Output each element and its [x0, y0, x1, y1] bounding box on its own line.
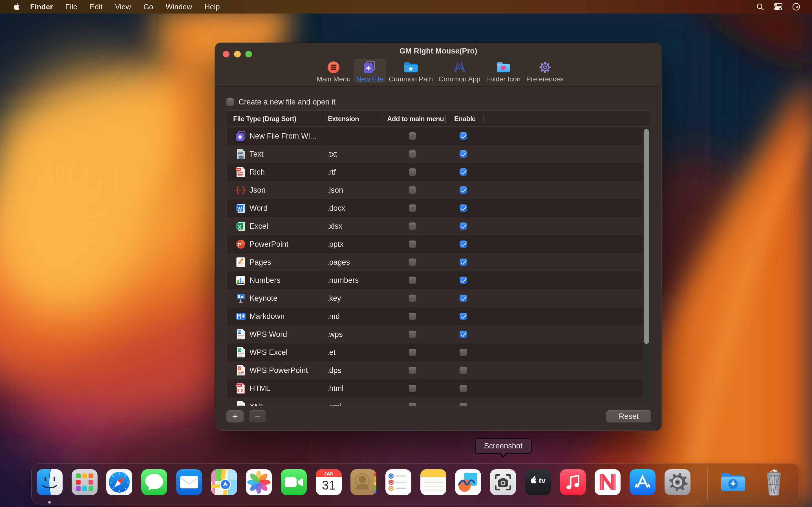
add-to-main-menu-checkbox[interactable] — [409, 205, 416, 212]
enable-checkbox[interactable] — [460, 168, 467, 176]
add-filetype-button[interactable]: + — [226, 410, 244, 422]
dock-item-safari[interactable] — [106, 469, 133, 496]
add-to-main-menu-checkbox[interactable] — [409, 385, 416, 392]
table-row-json[interactable]: Json.json — [227, 181, 642, 199]
toolbar-item-new-file[interactable]: New File — [354, 59, 386, 83]
dock-item-finder[interactable] — [36, 469, 63, 496]
dock-item-tv[interactable]: tv — [524, 469, 552, 496]
dock-item-photos[interactable] — [245, 469, 272, 496]
toolbar-item-preferences[interactable]: Preferences — [523, 59, 566, 83]
dock-item-trash[interactable] — [760, 469, 788, 496]
add-to-main-menu-checkbox[interactable] — [409, 349, 416, 356]
enable-checkbox[interactable] — [460, 349, 467, 356]
column-header-file-type-drag-sort-[interactable]: File Type (Drag Sort) — [233, 111, 296, 127]
scrollbar-track[interactable] — [642, 127, 650, 406]
toolbar-item-folder-icon[interactable]: Folder Icon — [483, 59, 523, 83]
add-to-main-menu-checkbox[interactable] — [409, 132, 416, 140]
enable-checkbox[interactable] — [460, 313, 467, 320]
file-type-name: WPS Excel — [250, 343, 288, 361]
scrollbar-thumb[interactable] — [644, 129, 649, 344]
create-new-file-option[interactable]: Create a new file and open it — [226, 98, 336, 107]
add-to-main-menu-checkbox[interactable] — [409, 313, 416, 320]
add-to-main-menu-checkbox[interactable] — [409, 168, 416, 176]
dock-item-freeform[interactable] — [455, 469, 481, 496]
enable-checkbox[interactable] — [460, 259, 467, 266]
table-row-markdown[interactable]: Markdown.md — [227, 307, 642, 325]
add-to-main-menu-checkbox[interactable] — [409, 151, 416, 158]
add-to-main-menu-checkbox[interactable] — [409, 259, 416, 266]
enable-checkbox[interactable] — [460, 277, 467, 284]
dock-item-mail[interactable] — [175, 469, 203, 496]
dock-item-appstore[interactable] — [629, 469, 656, 496]
table-row-html[interactable]: HTMLHTML.html — [227, 379, 642, 397]
add-to-main-menu-checkbox[interactable] — [409, 367, 416, 374]
toolbar-item-main-menu[interactable]: Main Menu — [313, 59, 353, 83]
table-row-wps-powerpoint[interactable]: PWPS PowerPoint.dps — [227, 361, 642, 379]
control-center-menu-extra[interactable] — [769, 0, 787, 13]
column-header-extension[interactable]: Extension — [328, 111, 359, 127]
table-row-new-file-from-wi-[interactable]: New File From Wi... — [227, 127, 642, 145]
add-to-main-menu-checkbox[interactable] — [409, 223, 416, 230]
dock-item-screenshot[interactable] — [490, 469, 516, 496]
enable-checkbox[interactable] — [460, 151, 467, 158]
enable-checkbox[interactable] — [460, 223, 467, 230]
add-to-main-menu-checkbox[interactable] — [409, 186, 416, 194]
enable-checkbox[interactable] — [460, 367, 467, 374]
menubar-item-window[interactable]: Window — [160, 0, 199, 13]
table-row-word[interactable]: WWord.docx — [227, 199, 642, 217]
menubar-item-view[interactable]: View — [109, 0, 137, 13]
enable-checkbox[interactable] — [460, 240, 467, 248]
enable-checkbox[interactable] — [460, 295, 467, 302]
toolbar-item-common-path[interactable]: Common Path — [386, 59, 436, 83]
enable-checkbox[interactable] — [460, 186, 467, 194]
dock-item-maps[interactable] — [211, 469, 238, 496]
table-row-keynote[interactable]: Keynote.key — [227, 289, 642, 307]
dock-item-messages[interactable] — [141, 469, 168, 496]
table-row-excel[interactable]: XExcel.xlsx — [227, 217, 642, 235]
enable-checkbox[interactable] — [460, 403, 467, 406]
enable-checkbox[interactable] — [460, 331, 467, 338]
add-to-main-menu-checkbox[interactable] — [409, 277, 416, 284]
dock-item-launchpad[interactable] — [71, 469, 98, 496]
table-row-text[interactable]: TXTText.txt — [227, 145, 642, 163]
table-row-xml[interactable]: XML.xml — [227, 397, 642, 406]
dock-item-music[interactable] — [559, 469, 587, 496]
remove-filetype-button[interactable]: − — [249, 410, 266, 422]
menubar-item-file[interactable]: File — [59, 0, 84, 13]
file-type-name: Word — [250, 199, 267, 217]
dock-item-contacts[interactable] — [350, 469, 377, 496]
dock-item-settings[interactable] — [664, 469, 691, 496]
dock-item-calendar[interactable]: JAN31 — [315, 469, 342, 496]
add-to-main-menu-checkbox[interactable] — [409, 295, 416, 302]
menubar-item-go[interactable]: Go — [137, 0, 160, 13]
dock-item-notes[interactable] — [420, 469, 447, 496]
dock-item-reminders[interactable] — [385, 469, 412, 496]
toolbar-item-common-app[interactable]: Common App — [436, 59, 483, 83]
clock-menu-extra[interactable] — [787, 0, 805, 13]
create-new-file-checkbox[interactable] — [226, 98, 234, 106]
dock-item-facetime[interactable] — [280, 469, 307, 496]
enable-checkbox[interactable] — [460, 132, 467, 140]
enable-checkbox[interactable] — [460, 385, 467, 392]
table-row-rich[interactable]: RTFRich.rtf — [227, 163, 642, 181]
column-header-add-to-main-menu[interactable]: Add to main menu — [387, 111, 444, 127]
dock-item-news[interactable] — [594, 469, 621, 496]
menubar-item-edit[interactable]: Edit — [84, 0, 109, 13]
apple-menu[interactable] — [10, 3, 22, 11]
spotlight-menu-extra[interactable] — [751, 0, 769, 13]
table-row-wps-excel[interactable]: SWPS Excel.et — [227, 343, 642, 361]
add-to-main-menu-checkbox[interactable] — [409, 331, 416, 338]
add-to-main-menu-checkbox[interactable] — [409, 403, 416, 406]
dock-item-downloads[interactable] — [719, 469, 747, 496]
add-to-main-menu-checkbox[interactable] — [409, 240, 416, 248]
column-header-enable[interactable]: Enable — [454, 111, 476, 127]
menubar-item-finder[interactable]: Finder — [26, 0, 59, 13]
menubar-item-help[interactable]: Help — [198, 0, 226, 13]
table-row-powerpoint[interactable]: PPowerPoint.pptx — [227, 235, 642, 253]
reset-button[interactable]: Reset — [606, 410, 651, 422]
enable-checkbox[interactable] — [460, 205, 467, 212]
table-row-wps-word[interactable]: WWPS Word.wps — [227, 325, 642, 343]
table-row-pages[interactable]: Pages.pages — [227, 253, 642, 271]
table-row-numbers[interactable]: Numbers.numbers — [227, 271, 642, 289]
control-center-icon — [774, 3, 783, 11]
